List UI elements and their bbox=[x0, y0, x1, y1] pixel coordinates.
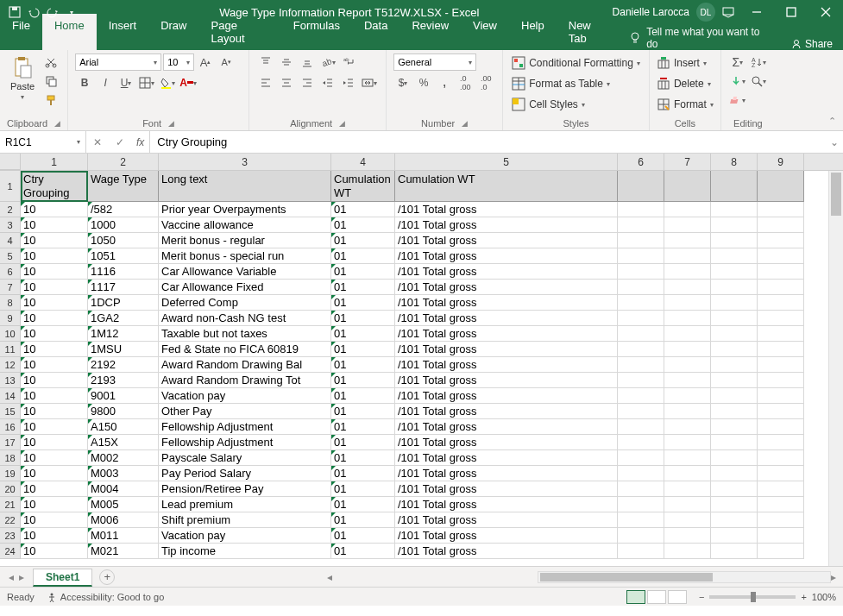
cell[interactable]: Car Allowance Fixed bbox=[159, 280, 331, 295]
cell[interactable]: Car Allowance Variable bbox=[159, 264, 331, 280]
cell[interactable]: 10 bbox=[21, 544, 88, 559]
cell[interactable]: 10 bbox=[21, 497, 88, 512]
ribbon-options-icon[interactable] bbox=[722, 6, 734, 18]
qat-dropdown-icon[interactable]: ▾ bbox=[64, 4, 79, 20]
cell[interactable] bbox=[711, 466, 758, 481]
row-header[interactable]: 20 bbox=[0, 481, 21, 497]
cell[interactable] bbox=[664, 217, 711, 233]
cell[interactable]: Prior year Overpayments bbox=[159, 202, 331, 217]
cell[interactable]: M006 bbox=[88, 512, 159, 528]
cell[interactable] bbox=[711, 419, 758, 435]
column-header[interactable]: 7 bbox=[664, 154, 711, 170]
row-header[interactable]: 18 bbox=[0, 450, 21, 466]
cell[interactable] bbox=[618, 342, 664, 357]
row-header[interactable]: 15 bbox=[0, 404, 21, 419]
cell[interactable] bbox=[618, 481, 664, 497]
close-button[interactable] bbox=[808, 0, 843, 24]
format-as-table-button[interactable]: Format as Table▾ bbox=[510, 74, 612, 93]
cell[interactable] bbox=[618, 435, 664, 450]
cell[interactable] bbox=[664, 466, 711, 481]
cell[interactable] bbox=[664, 528, 711, 544]
cell[interactable] bbox=[758, 481, 804, 497]
cell[interactable]: 1DCP bbox=[88, 295, 159, 311]
delete-cells-button[interactable]: Delete▾ bbox=[657, 74, 711, 93]
cell[interactable]: 10 bbox=[21, 512, 88, 528]
cell[interactable] bbox=[711, 311, 758, 326]
page-break-view-button[interactable] bbox=[668, 590, 687, 604]
row-header[interactable]: 10 bbox=[0, 326, 21, 342]
cell[interactable] bbox=[711, 450, 758, 466]
cell[interactable] bbox=[664, 512, 711, 528]
align-right-button[interactable] bbox=[298, 74, 317, 91]
cell[interactable]: 1117 bbox=[88, 280, 159, 295]
tab-insert[interactable]: Insert bbox=[97, 14, 149, 50]
cell[interactable] bbox=[618, 373, 664, 388]
cell[interactable]: Vacation pay bbox=[159, 388, 331, 404]
cell[interactable] bbox=[711, 373, 758, 388]
cell[interactable] bbox=[758, 357, 804, 373]
cell[interactable] bbox=[758, 435, 804, 450]
cell[interactable]: 01 bbox=[331, 544, 395, 559]
collapse-ribbon-icon[interactable]: ⌃ bbox=[828, 116, 836, 127]
cell[interactable] bbox=[664, 233, 711, 248]
cell[interactable]: 10 bbox=[21, 481, 88, 497]
name-box[interactable]: R1C1▾ bbox=[0, 131, 86, 153]
cell[interactable]: Shift premium bbox=[159, 512, 331, 528]
dialog-launcher-icon[interactable]: ◢ bbox=[462, 119, 468, 128]
cell[interactable]: 10 bbox=[21, 311, 88, 326]
conditional-formatting-button[interactable]: Conditional Formatting▾ bbox=[510, 53, 642, 72]
minimize-button[interactable] bbox=[739, 0, 774, 24]
font-color-button[interactable]: A▾ bbox=[179, 74, 198, 91]
cell[interactable]: 01 bbox=[331, 311, 395, 326]
increase-decimal-button[interactable]: .0.00 bbox=[456, 74, 475, 91]
cell[interactable] bbox=[664, 373, 711, 388]
cell[interactable]: 10 bbox=[21, 528, 88, 544]
cell[interactable]: Pension/Retiree Pay bbox=[159, 481, 331, 497]
cell[interactable]: M011 bbox=[88, 528, 159, 544]
cell[interactable]: 10 bbox=[21, 466, 88, 481]
cell[interactable] bbox=[711, 357, 758, 373]
cell[interactable]: 9800 bbox=[88, 404, 159, 419]
new-sheet-button[interactable]: + bbox=[99, 569, 115, 585]
format-cells-button[interactable]: Format▾ bbox=[657, 95, 714, 114]
cell[interactable] bbox=[758, 388, 804, 404]
cell[interactable] bbox=[711, 481, 758, 497]
cell[interactable]: /101 Total gross bbox=[395, 248, 618, 264]
cell[interactable] bbox=[618, 202, 664, 217]
cell[interactable]: Long text bbox=[159, 171, 331, 202]
cell[interactable]: /101 Total gross bbox=[395, 512, 618, 528]
tab-data[interactable]: Data bbox=[352, 14, 399, 50]
cell[interactable]: 9001 bbox=[88, 388, 159, 404]
row-header[interactable]: 17 bbox=[0, 435, 21, 450]
cell[interactable]: 1116 bbox=[88, 264, 159, 280]
vertical-scrollbar[interactable] bbox=[828, 171, 843, 566]
cell[interactable] bbox=[618, 497, 664, 512]
comma-style-button[interactable]: , bbox=[435, 74, 454, 91]
row-header[interactable]: 4 bbox=[0, 233, 21, 248]
cell[interactable] bbox=[618, 326, 664, 342]
tab-new-tab[interactable]: New Tab bbox=[557, 14, 620, 50]
cell[interactable]: 01 bbox=[331, 280, 395, 295]
cell[interactable]: 1000 bbox=[88, 217, 159, 233]
zoom-slider[interactable] bbox=[709, 595, 796, 599]
cell[interactable] bbox=[664, 435, 711, 450]
cell[interactable] bbox=[711, 295, 758, 311]
cell[interactable] bbox=[758, 450, 804, 466]
cell[interactable]: /101 Total gross bbox=[395, 466, 618, 481]
cell[interactable]: 10 bbox=[21, 342, 88, 357]
cell[interactable]: Payscale Salary bbox=[159, 450, 331, 466]
cell[interactable] bbox=[758, 280, 804, 295]
format-painter-button[interactable] bbox=[41, 91, 60, 109]
cell[interactable]: 01 bbox=[331, 202, 395, 217]
row-header[interactable]: 3 bbox=[0, 217, 21, 233]
paste-button[interactable]: Paste ▾ bbox=[7, 53, 38, 103]
cell[interactable] bbox=[664, 264, 711, 280]
number-format-combo[interactable]: General▾ bbox=[393, 53, 476, 71]
cell[interactable]: 10 bbox=[21, 419, 88, 435]
cell[interactable] bbox=[664, 295, 711, 311]
cell[interactable]: M002 bbox=[88, 450, 159, 466]
column-header[interactable]: 9 bbox=[758, 154, 804, 170]
maximize-button[interactable] bbox=[774, 0, 808, 24]
merge-center-button[interactable]: ▾ bbox=[360, 74, 379, 91]
fill-button[interactable]: ▾ bbox=[728, 72, 747, 90]
